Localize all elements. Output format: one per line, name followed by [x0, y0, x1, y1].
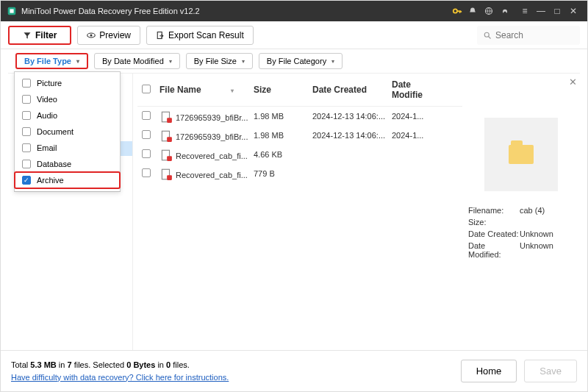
file-type-icon	[159, 168, 173, 178]
export-button[interactable]: Export Scan Result	[146, 26, 254, 45]
home-button[interactable]: Home	[461, 360, 517, 382]
detail-panel: ✕ Filename:cab (4) Size: Date Created:Un…	[462, 74, 580, 350]
file-type-icon	[159, 129, 173, 140]
filter-by-date[interactable]: By Date Modified▾	[94, 53, 180, 69]
svg-rect-13	[167, 156, 172, 161]
detail-close-icon[interactable]: ✕	[569, 76, 577, 88]
chevron-down-icon: ▾	[331, 58, 334, 65]
cell-name: Recovered_cab_fi...	[159, 168, 254, 179]
row-checkbox[interactable]	[142, 149, 159, 160]
filter-label: Filter	[35, 30, 57, 40]
filter-by-size[interactable]: By File Size▾	[186, 53, 253, 69]
cell-date-created: 2024-12-13 14:06:...	[312, 131, 392, 140]
sort-chevron-icon: ▾	[231, 88, 234, 94]
filter-button[interactable]: Filter	[8, 26, 71, 45]
type-option-database[interactable]: Database	[15, 156, 120, 172]
type-option-label: Picture	[37, 79, 62, 88]
table-row[interactable]: Recovered_cab_fi...4.66 KB	[137, 145, 462, 164]
menu-icon[interactable]: ≡	[517, 6, 533, 16]
type-option-video[interactable]: Video	[15, 91, 120, 107]
col-header-size[interactable]: Size	[254, 85, 312, 95]
filter-bar: By File Type▾ By Date Modified▾ By File …	[1, 49, 587, 73]
type-option-label: Email	[37, 143, 57, 152]
footer: Total 5.3 MB in 7 files. Selected 0 Byte…	[1, 350, 587, 391]
checkbox-icon	[22, 111, 31, 120]
cell-date-modified: 2024-1...	[392, 112, 442, 121]
cell-size: 1.98 MB	[254, 131, 312, 140]
search-box[interactable]	[477, 26, 580, 45]
table-row[interactable]: 1726965939_bfiBr...1.98 MB2024-12-13 14:…	[137, 107, 462, 126]
col-header-date-modified[interactable]: Date Modifie	[392, 79, 442, 100]
cell-name: 1726965939_bfiBr...	[159, 129, 254, 141]
col-header-name[interactable]: File Name▾	[159, 85, 254, 95]
toolbar: Filter Preview Export Scan Result	[1, 21, 587, 49]
cell-size: 1.98 MB	[254, 112, 312, 121]
export-icon	[156, 31, 165, 40]
type-option-email[interactable]: Email	[15, 140, 120, 156]
notification-bell-icon[interactable]	[468, 7, 484, 15]
globe-icon[interactable]	[484, 7, 501, 15]
col-header-date-created[interactable]: Date Created	[312, 85, 392, 95]
search-input[interactable]	[495, 30, 574, 40]
file-type-dropdown[interactable]: PictureVideoAudioDocumentEmailDatabase✓A…	[14, 71, 121, 192]
type-option-label: Document	[37, 127, 74, 136]
filter-by-category[interactable]: By File Category▾	[259, 53, 343, 69]
svg-point-2	[453, 9, 457, 13]
preview-label: Preview	[99, 30, 131, 40]
checkbox-icon	[22, 79, 31, 88]
detail-filename-value: cab (4)	[520, 206, 574, 215]
preview-thumbnail	[484, 118, 558, 191]
upgrade-key-icon[interactable]	[452, 6, 468, 16]
svg-rect-6	[157, 32, 162, 38]
svg-point-7	[484, 32, 489, 37]
type-option-picture[interactable]: Picture	[15, 75, 120, 91]
type-option-label: Video	[37, 95, 57, 104]
type-option-document[interactable]: Document	[15, 124, 120, 140]
svg-rect-11	[167, 137, 172, 142]
checkbox-icon	[22, 143, 31, 152]
chevron-down-icon: ▾	[169, 58, 172, 65]
detail-dc-key: Date Created:	[468, 229, 520, 238]
file-list-header: File Name▾ Size Date Created Date Modifi…	[137, 74, 462, 107]
checkbox-icon: ✓	[22, 176, 31, 185]
chevron-down-icon: ▾	[76, 58, 79, 65]
filter-by-cat-label: By File Category	[267, 57, 326, 65]
detail-dc-value: Unknown	[520, 229, 574, 238]
file-list: File Name▾ Size Date Created Date Modifi…	[133, 74, 462, 350]
titlebar: MiniTool Power Data Recovery Free Editio…	[1, 1, 587, 21]
search-icon	[483, 31, 492, 40]
preview-button[interactable]: Preview	[77, 26, 140, 45]
filter-by-type-label: By File Type	[24, 57, 71, 65]
table-row[interactable]: 1726965939_bfiBr...1.98 MB2024-12-13 14:…	[137, 126, 462, 145]
save-button[interactable]: Save	[524, 360, 577, 382]
file-type-icon	[159, 149, 173, 159]
type-option-audio[interactable]: Audio	[15, 107, 120, 124]
file-type-icon	[159, 110, 173, 121]
eye-icon	[87, 31, 96, 40]
minimize-icon[interactable]: —	[533, 6, 549, 16]
table-row[interactable]: Recovered_cab_fi...779 B	[137, 164, 462, 183]
svg-rect-15	[167, 175, 172, 180]
cell-date-modified: 2024-1...	[392, 131, 442, 140]
type-option-archive[interactable]: ✓Archive	[15, 172, 120, 188]
funnel-icon	[23, 31, 32, 40]
header-checkbox[interactable]	[142, 85, 159, 96]
cell-date-created: 2024-12-13 14:06:...	[312, 112, 392, 121]
window-title: MiniTool Power Data Recovery Free Editio…	[21, 7, 452, 15]
cell-name: 1726965939_bfiBr...	[159, 110, 254, 122]
cell-size: 779 B	[254, 169, 312, 178]
cell-size: 4.66 KB	[254, 150, 312, 159]
row-checkbox[interactable]	[142, 111, 159, 121]
svg-point-5	[90, 34, 93, 36]
chevron-down-icon: ▾	[242, 58, 245, 65]
detail-size-key: Size:	[468, 218, 520, 227]
help-link[interactable]: Have difficulty with data recovery? Clic…	[11, 371, 453, 384]
filter-by-type[interactable]: By File Type▾	[15, 53, 88, 69]
row-checkbox[interactable]	[142, 130, 159, 140]
detail-filename-key: Filename:	[468, 206, 520, 215]
row-checkbox[interactable]	[142, 168, 159, 179]
type-option-label: Database	[37, 160, 71, 168]
support-headset-icon[interactable]	[501, 7, 517, 15]
close-icon[interactable]: ✕	[565, 6, 581, 16]
maximize-icon[interactable]: □	[549, 6, 565, 16]
